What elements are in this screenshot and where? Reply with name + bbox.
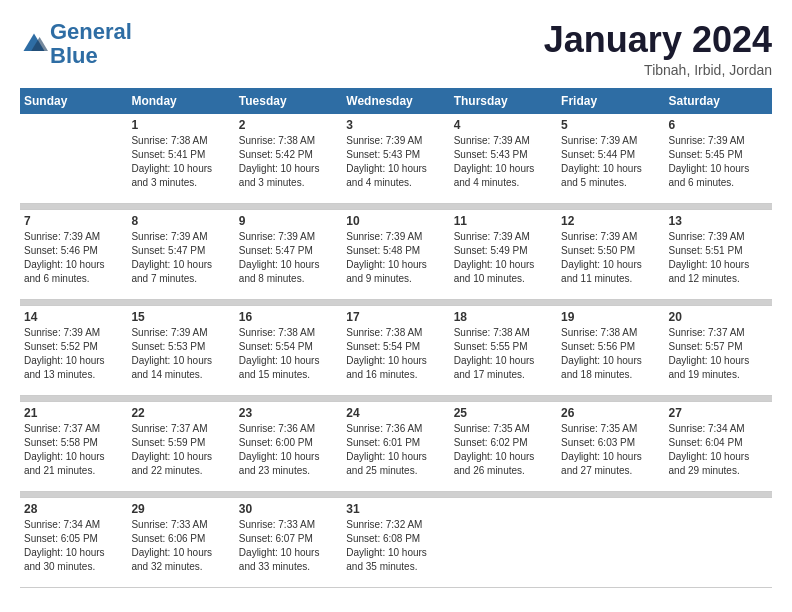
day-info: Sunrise: 7:39 AM Sunset: 5:48 PM Dayligh… — [346, 230, 445, 286]
day-number: 10 — [346, 214, 445, 228]
day-cell: 1Sunrise: 7:38 AM Sunset: 5:41 PM Daylig… — [127, 114, 234, 204]
day-cell: 10Sunrise: 7:39 AM Sunset: 5:48 PM Dayli… — [342, 210, 449, 300]
day-number: 12 — [561, 214, 660, 228]
day-cell: 4Sunrise: 7:39 AM Sunset: 5:43 PM Daylig… — [450, 114, 557, 204]
day-number: 19 — [561, 310, 660, 324]
day-number: 21 — [24, 406, 123, 420]
day-number: 9 — [239, 214, 338, 228]
day-info: Sunrise: 7:38 AM Sunset: 5:41 PM Dayligh… — [131, 134, 230, 190]
day-info: Sunrise: 7:39 AM Sunset: 5:44 PM Dayligh… — [561, 134, 660, 190]
day-info: Sunrise: 7:39 AM Sunset: 5:47 PM Dayligh… — [131, 230, 230, 286]
column-headers: SundayMondayTuesdayWednesdayThursdayFrid… — [20, 88, 772, 114]
day-cell: 15Sunrise: 7:39 AM Sunset: 5:53 PM Dayli… — [127, 306, 234, 396]
day-cell: 13Sunrise: 7:39 AM Sunset: 5:51 PM Dayli… — [665, 210, 772, 300]
day-number: 16 — [239, 310, 338, 324]
day-info: Sunrise: 7:39 AM Sunset: 5:49 PM Dayligh… — [454, 230, 553, 286]
day-cell: 8Sunrise: 7:39 AM Sunset: 5:47 PM Daylig… — [127, 210, 234, 300]
day-number: 4 — [454, 118, 553, 132]
title-block: January 2024 Tibnah, Irbid, Jordan — [544, 20, 772, 78]
day-info: Sunrise: 7:32 AM Sunset: 6:08 PM Dayligh… — [346, 518, 445, 574]
day-number: 5 — [561, 118, 660, 132]
day-info: Sunrise: 7:36 AM Sunset: 6:00 PM Dayligh… — [239, 422, 338, 478]
day-number: 30 — [239, 502, 338, 516]
week-row-4: 21Sunrise: 7:37 AM Sunset: 5:58 PM Dayli… — [20, 402, 772, 492]
day-cell: 18Sunrise: 7:38 AM Sunset: 5:55 PM Dayli… — [450, 306, 557, 396]
day-number: 3 — [346, 118, 445, 132]
day-number: 27 — [669, 406, 768, 420]
logo-icon — [20, 30, 48, 58]
day-number: 31 — [346, 502, 445, 516]
day-info: Sunrise: 7:39 AM Sunset: 5:53 PM Dayligh… — [131, 326, 230, 382]
week-row-1: 1Sunrise: 7:38 AM Sunset: 5:41 PM Daylig… — [20, 114, 772, 204]
logo: General Blue — [20, 20, 132, 68]
day-cell: 30Sunrise: 7:33 AM Sunset: 6:07 PM Dayli… — [235, 498, 342, 588]
day-info: Sunrise: 7:39 AM Sunset: 5:43 PM Dayligh… — [346, 134, 445, 190]
day-cell: 2Sunrise: 7:38 AM Sunset: 5:42 PM Daylig… — [235, 114, 342, 204]
day-cell: 9Sunrise: 7:39 AM Sunset: 5:47 PM Daylig… — [235, 210, 342, 300]
day-info: Sunrise: 7:35 AM Sunset: 6:03 PM Dayligh… — [561, 422, 660, 478]
day-info: Sunrise: 7:34 AM Sunset: 6:04 PM Dayligh… — [669, 422, 768, 478]
day-info: Sunrise: 7:37 AM Sunset: 5:59 PM Dayligh… — [131, 422, 230, 478]
day-cell: 25Sunrise: 7:35 AM Sunset: 6:02 PM Dayli… — [450, 402, 557, 492]
day-cell: 3Sunrise: 7:39 AM Sunset: 5:43 PM Daylig… — [342, 114, 449, 204]
day-info: Sunrise: 7:37 AM Sunset: 5:58 PM Dayligh… — [24, 422, 123, 478]
day-cell: 29Sunrise: 7:33 AM Sunset: 6:06 PM Dayli… — [127, 498, 234, 588]
column-header-thursday: Thursday — [450, 88, 557, 114]
column-header-sunday: Sunday — [20, 88, 127, 114]
day-info: Sunrise: 7:39 AM Sunset: 5:46 PM Dayligh… — [24, 230, 123, 286]
day-cell: 21Sunrise: 7:37 AM Sunset: 5:58 PM Dayli… — [20, 402, 127, 492]
day-number: 11 — [454, 214, 553, 228]
day-cell — [20, 114, 127, 204]
day-number: 26 — [561, 406, 660, 420]
day-cell: 11Sunrise: 7:39 AM Sunset: 5:49 PM Dayli… — [450, 210, 557, 300]
day-info: Sunrise: 7:39 AM Sunset: 5:47 PM Dayligh… — [239, 230, 338, 286]
column-header-monday: Monday — [127, 88, 234, 114]
column-header-tuesday: Tuesday — [235, 88, 342, 114]
day-cell: 31Sunrise: 7:32 AM Sunset: 6:08 PM Dayli… — [342, 498, 449, 588]
day-cell — [557, 498, 664, 588]
day-cell: 14Sunrise: 7:39 AM Sunset: 5:52 PM Dayli… — [20, 306, 127, 396]
day-info: Sunrise: 7:38 AM Sunset: 5:54 PM Dayligh… — [239, 326, 338, 382]
day-number: 23 — [239, 406, 338, 420]
day-cell: 5Sunrise: 7:39 AM Sunset: 5:44 PM Daylig… — [557, 114, 664, 204]
day-info: Sunrise: 7:35 AM Sunset: 6:02 PM Dayligh… — [454, 422, 553, 478]
day-info: Sunrise: 7:39 AM Sunset: 5:43 PM Dayligh… — [454, 134, 553, 190]
day-cell: 27Sunrise: 7:34 AM Sunset: 6:04 PM Dayli… — [665, 402, 772, 492]
day-cell: 20Sunrise: 7:37 AM Sunset: 5:57 PM Dayli… — [665, 306, 772, 396]
column-header-wednesday: Wednesday — [342, 88, 449, 114]
day-cell: 28Sunrise: 7:34 AM Sunset: 6:05 PM Dayli… — [20, 498, 127, 588]
week-row-3: 14Sunrise: 7:39 AM Sunset: 5:52 PM Dayli… — [20, 306, 772, 396]
day-cell — [665, 498, 772, 588]
day-info: Sunrise: 7:37 AM Sunset: 5:57 PM Dayligh… — [669, 326, 768, 382]
logo-text: General Blue — [50, 20, 132, 68]
day-info: Sunrise: 7:38 AM Sunset: 5:55 PM Dayligh… — [454, 326, 553, 382]
day-cell: 26Sunrise: 7:35 AM Sunset: 6:03 PM Dayli… — [557, 402, 664, 492]
day-cell: 23Sunrise: 7:36 AM Sunset: 6:00 PM Dayli… — [235, 402, 342, 492]
day-number: 14 — [24, 310, 123, 324]
calendar-table: SundayMondayTuesdayWednesdayThursdayFrid… — [20, 88, 772, 589]
day-number: 22 — [131, 406, 230, 420]
day-cell: 12Sunrise: 7:39 AM Sunset: 5:50 PM Dayli… — [557, 210, 664, 300]
day-cell: 16Sunrise: 7:38 AM Sunset: 5:54 PM Dayli… — [235, 306, 342, 396]
week-row-5: 28Sunrise: 7:34 AM Sunset: 6:05 PM Dayli… — [20, 498, 772, 588]
day-number: 1 — [131, 118, 230, 132]
column-header-saturday: Saturday — [665, 88, 772, 114]
day-number: 29 — [131, 502, 230, 516]
day-info: Sunrise: 7:39 AM Sunset: 5:51 PM Dayligh… — [669, 230, 768, 286]
column-header-friday: Friday — [557, 88, 664, 114]
day-info: Sunrise: 7:39 AM Sunset: 5:52 PM Dayligh… — [24, 326, 123, 382]
day-number: 20 — [669, 310, 768, 324]
day-info: Sunrise: 7:34 AM Sunset: 6:05 PM Dayligh… — [24, 518, 123, 574]
day-number: 24 — [346, 406, 445, 420]
day-info: Sunrise: 7:33 AM Sunset: 6:07 PM Dayligh… — [239, 518, 338, 574]
day-info: Sunrise: 7:38 AM Sunset: 5:42 PM Dayligh… — [239, 134, 338, 190]
day-number: 2 — [239, 118, 338, 132]
day-number: 6 — [669, 118, 768, 132]
day-cell: 6Sunrise: 7:39 AM Sunset: 5:45 PM Daylig… — [665, 114, 772, 204]
day-number: 13 — [669, 214, 768, 228]
day-cell: 22Sunrise: 7:37 AM Sunset: 5:59 PM Dayli… — [127, 402, 234, 492]
day-cell: 7Sunrise: 7:39 AM Sunset: 5:46 PM Daylig… — [20, 210, 127, 300]
day-info: Sunrise: 7:33 AM Sunset: 6:06 PM Dayligh… — [131, 518, 230, 574]
day-cell: 19Sunrise: 7:38 AM Sunset: 5:56 PM Dayli… — [557, 306, 664, 396]
day-info: Sunrise: 7:39 AM Sunset: 5:45 PM Dayligh… — [669, 134, 768, 190]
